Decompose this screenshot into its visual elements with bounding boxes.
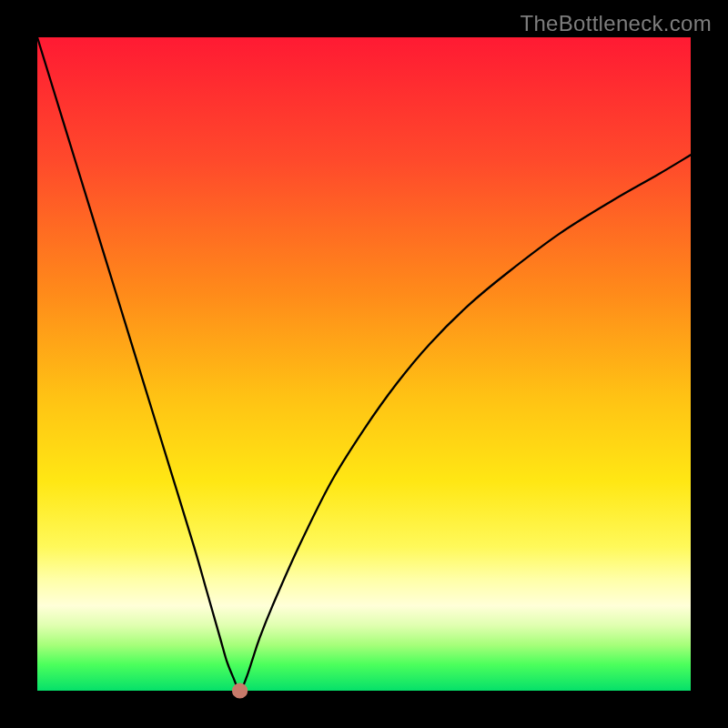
- vertex-marker: [232, 682, 248, 698]
- curve-layer: [37, 37, 691, 691]
- plot-area: [37, 37, 691, 691]
- attribution-watermark: TheBottleneck.com: [520, 11, 712, 36]
- bottleneck-curve: [37, 37, 691, 691]
- chart-frame: TheBottleneck.com: [0, 0, 728, 728]
